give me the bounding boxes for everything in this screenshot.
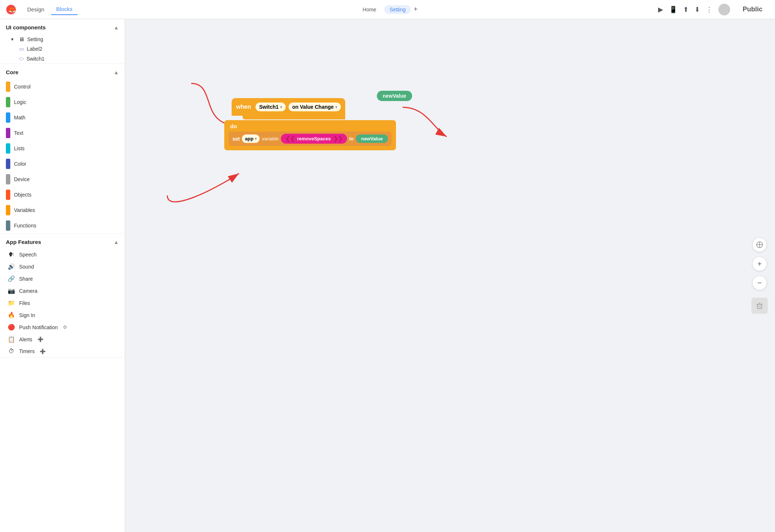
nav-center: Home Setting + <box>357 5 417 14</box>
sidebar: UI components ▲ ▼ 🖥 Setting ▭ Label2 ⬭ S… <box>0 19 125 532</box>
item-label: Setting <box>27 36 43 42</box>
app-features-title: App Features <box>6 239 41 245</box>
share-icon: 🔗 <box>7 275 15 282</box>
tree-item-switch1[interactable]: ⬭ Switch1 <box>0 54 125 64</box>
tab-blocks[interactable]: Blocks <box>51 4 78 15</box>
app-pill[interactable]: app ▾ <box>242 134 260 143</box>
download-button[interactable]: ⬇ <box>694 6 700 14</box>
avatar[interactable] <box>718 4 730 15</box>
when-block[interactable]: when Switch1 ▾ on Value Change ▾ <box>232 98 345 119</box>
add-page-button[interactable]: + <box>414 6 418 13</box>
math-color <box>6 112 10 123</box>
zoom-in-icon <box>756 260 763 267</box>
tree-item-label2[interactable]: ▭ Label2 <box>0 44 125 54</box>
when-top: when Switch1 ▾ on Value Change ▾ <box>232 98 345 116</box>
preview-button[interactable]: 📱 <box>669 6 677 14</box>
color-color <box>6 159 10 169</box>
feature-camera[interactable]: 📷 Camera <box>0 285 125 297</box>
core-text[interactable]: Text <box>0 125 125 141</box>
ui-components-header: UI components ▲ <box>0 19 125 34</box>
core-lists[interactable]: Lists <box>0 141 125 156</box>
item-label: Sound <box>19 264 34 270</box>
settings-icon: ⚙ <box>63 324 67 330</box>
item-label: Push Notification <box>19 324 58 330</box>
switch1-label: Switch1 <box>259 104 279 110</box>
page-home[interactable]: Home <box>357 5 381 14</box>
timers-icon: ⏱ <box>7 348 15 355</box>
core-objects[interactable]: Objects <box>0 187 125 202</box>
label-icon: ▭ <box>19 46 24 52</box>
do-outer: do set app ▾ variable ❮❮ removeSpaces ❯❯… <box>224 120 396 150</box>
zoom-out-button[interactable] <box>752 276 767 290</box>
play-button[interactable]: ▶ <box>658 6 663 14</box>
item-label: Switch1 <box>26 56 44 62</box>
share-button[interactable]: ⬆ <box>683 6 689 14</box>
feature-push-notification[interactable]: 🔴 Push Notification ⚙ <box>0 321 125 333</box>
feature-sound[interactable]: 🔊 Sound <box>0 260 125 273</box>
ui-components-section: UI components ▲ ▼ 🖥 Setting ▭ Label2 ⬭ S… <box>0 19 125 64</box>
to-label: to <box>349 136 354 141</box>
device-color <box>6 174 10 184</box>
tree-item-setting[interactable]: ▼ 🖥 Setting <box>0 34 125 44</box>
feature-timers[interactable]: ⏱ Timers ➕ <box>0 345 125 357</box>
feature-signin[interactable]: 🔥 Sign In <box>0 309 125 321</box>
item-label: Timers <box>19 348 35 354</box>
item-label: Speech <box>19 252 36 258</box>
item-label: Objects <box>14 192 31 198</box>
core-math[interactable]: Math <box>0 110 125 125</box>
core-variables[interactable]: Variables <box>0 202 125 218</box>
item-label: Math <box>14 115 25 121</box>
core-color[interactable]: Color <box>0 156 125 172</box>
core-logic[interactable]: Logic <box>0 94 125 110</box>
public-button[interactable]: Public <box>736 3 769 15</box>
text-color <box>6 128 10 138</box>
core-device[interactable]: Device <box>0 172 125 187</box>
crosshair-button[interactable] <box>752 237 767 252</box>
feature-files[interactable]: 📁 Files <box>0 297 125 309</box>
app-dropdown: ▾ <box>255 137 257 141</box>
block-notch <box>243 116 345 119</box>
ui-components-collapse[interactable]: ▲ <box>114 25 119 30</box>
core-control[interactable]: Control <box>0 79 125 94</box>
page-setting[interactable]: Setting <box>385 5 411 14</box>
event-pill[interactable]: on Value Change ▾ <box>289 103 341 111</box>
nav-right: ▶ 📱 ⬆ ⬇ ⋮ Public <box>658 3 769 15</box>
trash-icon <box>756 302 764 310</box>
core-collapse[interactable]: ▲ <box>114 69 119 75</box>
item-label: Control <box>14 84 31 90</box>
item-label: Lists <box>14 145 25 151</box>
ui-components-title: UI components <box>6 24 46 30</box>
item-label: Logic <box>14 99 26 105</box>
add-timers-icon: ➕ <box>40 349 46 354</box>
feature-alerts[interactable]: 📋 Alerts ➕ <box>0 333 125 345</box>
item-label: Device <box>14 176 30 182</box>
trash-button[interactable] <box>751 298 768 314</box>
control-color <box>6 82 10 92</box>
app-features-section: App Features ▲ 🗣 Speech 🔊 Sound 🔗 Share … <box>0 234 125 357</box>
item-label: Functions <box>14 223 36 229</box>
more-button[interactable]: ⋮ <box>706 6 712 14</box>
do-block[interactable]: do set app ▾ variable ❮❮ removeSpaces ❯❯… <box>224 120 396 150</box>
lists-color <box>6 143 10 154</box>
item-label: Variables <box>14 207 35 213</box>
switch1-pill[interactable]: Switch1 ▾ <box>256 103 286 111</box>
feature-speech[interactable]: 🗣 Speech <box>0 249 125 260</box>
signin-icon: 🔥 <box>7 312 15 319</box>
app-features-collapse[interactable]: ▲ <box>114 239 119 245</box>
push-icon: 🔴 <box>7 324 15 331</box>
svg-rect-9 <box>757 304 762 309</box>
core-section: Core ▲ Control Logic Math Text Lists <box>0 64 125 234</box>
tab-design[interactable]: Design <box>22 4 50 15</box>
core-functions[interactable]: Functions <box>0 218 125 233</box>
remove-spaces-pill[interactable]: ❮❮ removeSpaces ❯❯ <box>281 134 347 144</box>
core-title: Core <box>6 69 18 75</box>
nav-tabs: Design Blocks <box>22 4 78 15</box>
event-label: on Value Change <box>292 104 334 110</box>
canvas-area[interactable]: when Switch1 ▾ on Value Change ▾ newValu… <box>125 19 775 532</box>
arrows-svg <box>125 19 775 532</box>
zoom-in-button[interactable] <box>752 256 767 271</box>
feature-share[interactable]: 🔗 Share <box>0 273 125 285</box>
item-label: Share <box>19 276 33 282</box>
functions-color <box>6 220 10 231</box>
newvalue-badge: newValue <box>377 91 412 101</box>
